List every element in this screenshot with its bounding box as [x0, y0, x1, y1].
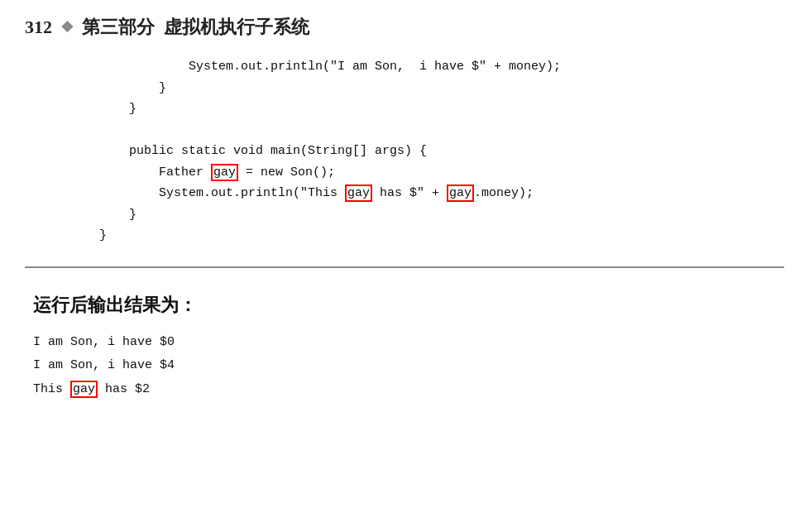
code-line [99, 120, 776, 141]
code-line-father-gay: Father gay = new Son(); [99, 162, 776, 184]
output-line-3: This gay has $2 [33, 378, 776, 402]
output-line-2: I am Son, i have $4 [33, 354, 776, 378]
code-line: System.out.println("I am Son, i have $" … [99, 56, 776, 78]
section-title: 虚拟机执行子系统 [164, 15, 309, 40]
code-line: public static void main(String[] args) { [99, 141, 776, 162]
code-line: } [99, 225, 776, 247]
output-title: 运行后输出结果为： [33, 293, 776, 318]
page-header: 312 ❖ 第三部分 虚拟机执行子系统 [0, 0, 809, 48]
highlighted-gay-3: gay [447, 185, 474, 202]
highlighted-gay-output: gay [70, 381, 98, 398]
code-line-println-gay: System.out.println("This gay has $" + ga… [99, 183, 776, 204]
code-line: } [99, 98, 776, 120]
output-line-1: I am Son, i have $0 [33, 331, 776, 355]
highlighted-gay-2: gay [345, 185, 372, 202]
page-number: 312 [25, 17, 52, 38]
code-line: } [99, 78, 776, 99]
highlighted-gay-1: gay [211, 164, 238, 181]
part-label: 第三部分 [82, 15, 155, 40]
diamond-icon: ❖ [60, 18, 74, 36]
output-section: 运行后输出结果为： I am Son, i have $0 I am Son, … [0, 280, 809, 415]
section-divider [25, 266, 784, 268]
code-line: } [99, 204, 776, 226]
output-lines: I am Son, i have $0 I am Son, i have $4 … [33, 331, 776, 402]
code-block: System.out.println("I am Son, i have $" … [0, 48, 809, 255]
